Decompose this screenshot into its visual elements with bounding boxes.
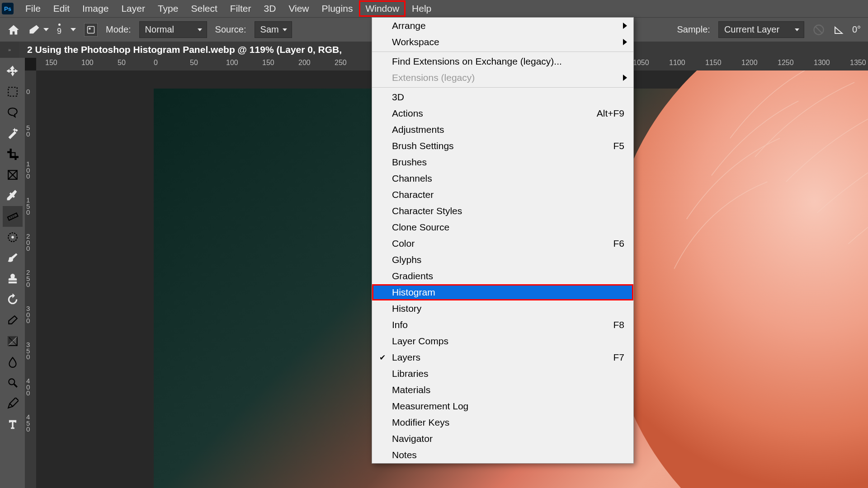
- ruler-tick: 50: [190, 59, 198, 67]
- tool-type[interactable]: [3, 414, 23, 435]
- ruler-tick: 50: [26, 125, 30, 137]
- tool-frame[interactable]: [3, 164, 23, 185]
- document-tab[interactable]: 2 Using the Photoshop Histogram Panel.we…: [27, 44, 342, 55]
- ruler-tick: 150: [262, 59, 274, 67]
- ruler-tick: 300: [26, 305, 30, 324]
- menu-item-extensions-legacy-: Extensions (legacy): [372, 70, 633, 86]
- menu-window[interactable]: Window: [359, 0, 406, 17]
- menu-item-label: Actions: [392, 108, 423, 119]
- menu-item-gradients[interactable]: Gradients: [372, 268, 633, 284]
- sample-dropdown[interactable]: Current Layer: [718, 21, 804, 38]
- menu-layer[interactable]: Layer: [115, 0, 151, 17]
- tool-eraser[interactable]: [3, 310, 23, 331]
- source-dropdown[interactable]: Sam: [255, 21, 292, 38]
- mode-dropdown[interactable]: Normal: [139, 21, 207, 38]
- menu-item-notes[interactable]: Notes: [372, 447, 633, 463]
- mode-label: Mode:: [106, 24, 131, 35]
- menu-item-history[interactable]: History: [372, 300, 633, 317]
- tab-overflow[interactable]: »: [0, 42, 19, 58]
- tool-eyedropper[interactable]: [3, 185, 23, 206]
- svg-rect-4: [8, 87, 17, 96]
- angle-icon[interactable]: [833, 24, 844, 35]
- menu-item-adjustments[interactable]: Adjustments: [372, 122, 633, 138]
- menu-item-character-styles[interactable]: Character Styles: [372, 203, 633, 219]
- menu-item-label: Brushes: [392, 157, 427, 168]
- menu-item-layer-comps[interactable]: Layer Comps: [372, 333, 633, 349]
- menu-item-clone-source[interactable]: Clone Source: [372, 219, 633, 235]
- ruler-tick: 100: [226, 59, 238, 67]
- menu-item-label: Extensions (legacy): [392, 72, 475, 83]
- menu-item-find-extensions-on-exchange-legacy-[interactable]: Find Extensions on Exchange (legacy)...: [372, 53, 633, 70]
- tool-blur[interactable]: [3, 352, 23, 372]
- menu-select[interactable]: Select: [184, 0, 223, 17]
- ruler-tick: 0: [26, 89, 30, 95]
- menu-item-label: Layer Comps: [392, 336, 448, 347]
- tool-ruler[interactable]: [3, 206, 23, 227]
- tool-pen[interactable]: [3, 393, 23, 414]
- tool-brush[interactable]: [3, 248, 23, 268]
- menu-item-label: Channels: [392, 173, 432, 184]
- menu-item-modifier-keys[interactable]: Modifier Keys: [372, 414, 633, 431]
- svg-line-9: [10, 217, 10, 218]
- menu-type[interactable]: Type: [151, 0, 185, 17]
- menu-filter[interactable]: Filter: [224, 0, 258, 17]
- menu-item-materials[interactable]: Materials: [372, 382, 633, 398]
- tool-crop[interactable]: [3, 144, 23, 164]
- menu-shortcut: F8: [613, 319, 624, 330]
- menu-item-label: History: [392, 303, 421, 314]
- ruler-vertical[interactable]: 050100150200250300350400450: [25, 70, 36, 488]
- tool-dodge[interactable]: [3, 372, 23, 393]
- menu-edit[interactable]: Edit: [47, 0, 76, 17]
- menu-item-3d[interactable]: 3D: [372, 89, 633, 105]
- menu-item-navigator[interactable]: Navigator: [372, 431, 633, 447]
- sample-label: Sample:: [677, 24, 710, 35]
- source-label: Source:: [215, 24, 246, 35]
- ruler-tick: 400: [26, 378, 30, 396]
- menu-item-layers[interactable]: ✔LayersF7: [372, 349, 633, 366]
- tool-lasso[interactable]: [3, 102, 23, 123]
- submenu-arrow-icon: [623, 75, 627, 81]
- tool-heal[interactable]: [3, 227, 23, 248]
- menu-item-character[interactable]: Character: [372, 187, 633, 203]
- tool-gradient[interactable]: [3, 331, 23, 352]
- brush-size-group[interactable]: 9: [57, 23, 76, 36]
- menu-item-arrange[interactable]: Arrange: [372, 18, 633, 34]
- tool-marquee[interactable]: [3, 81, 23, 102]
- menu-item-actions[interactable]: ActionsAlt+F9: [372, 105, 633, 122]
- tool-preset[interactable]: [28, 23, 49, 36]
- brush-panel-toggle[interactable]: [84, 23, 98, 37]
- menu-item-glyphs[interactable]: Glyphs: [372, 252, 633, 268]
- tool-move[interactable]: [3, 61, 23, 81]
- menu-image[interactable]: Image: [76, 0, 115, 17]
- menu-item-label: Navigator: [392, 433, 433, 444]
- tool-history-brush[interactable]: [3, 289, 23, 310]
- ruler-tick: 50: [118, 59, 126, 67]
- svg-rect-0: [88, 26, 94, 33]
- menu-item-brushes[interactable]: Brushes: [372, 154, 633, 170]
- svg-point-17: [606, 70, 868, 488]
- menu-help[interactable]: Help: [406, 0, 438, 17]
- menu-file[interactable]: File: [19, 0, 47, 17]
- svg-rect-8: [7, 213, 18, 220]
- menu-item-libraries[interactable]: Libraries: [372, 366, 633, 382]
- menu-item-label: Gradients: [392, 271, 433, 282]
- menu-item-color[interactable]: ColorF6: [372, 235, 633, 252]
- menu-plugins[interactable]: Plugins: [316, 0, 359, 17]
- home-icon[interactable]: [7, 23, 20, 36]
- menu-item-channels[interactable]: Channels: [372, 170, 633, 187]
- menu-view[interactable]: View: [282, 0, 315, 17]
- chevron-down-icon: [43, 28, 49, 31]
- menu-3d[interactable]: 3D: [258, 0, 283, 17]
- menu-item-info[interactable]: InfoF8: [372, 317, 633, 333]
- tool-stamp[interactable]: [3, 268, 23, 289]
- ignore-adjustment-icon[interactable]: [812, 23, 825, 36]
- menu-item-measurement-log[interactable]: Measurement Log: [372, 398, 633, 414]
- ruler-tick: 150: [45, 59, 57, 67]
- menu-item-brush-settings[interactable]: Brush SettingsF5: [372, 138, 633, 154]
- menu-item-histogram[interactable]: Histogram: [372, 284, 633, 300]
- ruler-tick: 1300: [814, 59, 830, 67]
- menu-item-workspace[interactable]: Workspace: [372, 34, 633, 50]
- menu-item-label: Character Styles: [392, 206, 462, 216]
- svg-line-11: [14, 216, 14, 217]
- tool-wand[interactable]: [3, 123, 23, 144]
